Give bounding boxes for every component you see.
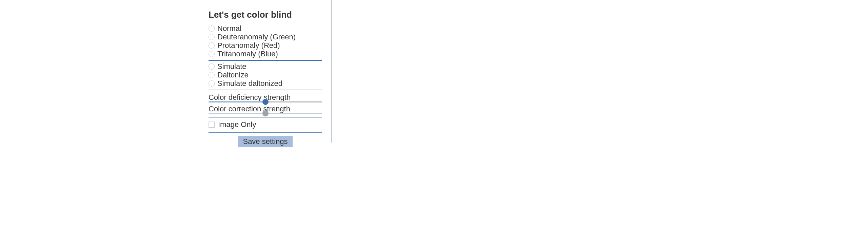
radio-icon xyxy=(209,25,215,32)
colorblind-settings-panel: Let's get color blind Normal Deuteranoma… xyxy=(209,10,322,147)
correction-slider[interactable] xyxy=(209,113,322,114)
deficiency-slider-block: Color deficiency strength xyxy=(209,92,322,103)
slider-fill xyxy=(209,101,265,103)
mode-group: Simulate Daltonize Simulate daltonized xyxy=(209,61,322,90)
save-row: Save settings xyxy=(209,133,322,147)
radio-simulate-daltonized[interactable]: Simulate daltonized xyxy=(209,79,322,88)
radio-label: Daltonize xyxy=(217,71,249,79)
radio-normal[interactable]: Normal xyxy=(209,24,322,33)
radio-simulate[interactable]: Simulate xyxy=(209,62,322,71)
radio-icon xyxy=(209,34,215,40)
radio-label: Deuteranomaly (Green) xyxy=(217,33,296,41)
correction-slider-block: Color correction strength xyxy=(209,103,322,114)
radio-deuteranomaly[interactable]: Deuteranomaly (Green) xyxy=(209,33,322,41)
radio-icon xyxy=(209,80,215,87)
radio-protanomaly[interactable]: Protanomaly (Red) xyxy=(209,41,322,50)
image-only-checkbox[interactable]: Image Only xyxy=(209,119,322,130)
save-settings-button[interactable]: Save settings xyxy=(238,136,292,147)
radio-label: Protanomaly (Red) xyxy=(217,41,280,50)
radio-icon xyxy=(209,42,215,49)
slider-thumb-icon[interactable] xyxy=(262,110,269,116)
radio-icon xyxy=(209,63,215,70)
deficiency-slider[interactable] xyxy=(209,101,322,103)
radio-daltonize[interactable]: Daltonize xyxy=(209,71,322,79)
radio-label: Simulate xyxy=(217,62,246,71)
radio-label: Simulate daltonized xyxy=(217,79,282,88)
radio-icon xyxy=(209,51,215,57)
panel-title: Let's get color blind xyxy=(209,10,322,20)
radio-tritanomaly[interactable]: Tritanomaly (Blue) xyxy=(209,50,322,58)
radio-label: Normal xyxy=(217,24,241,33)
checkbox-label: Image Only xyxy=(218,120,256,129)
vision-type-group: Normal Deuteranomaly (Green) Protanomaly… xyxy=(209,23,322,61)
radio-label: Tritanomaly (Blue) xyxy=(217,50,278,58)
checkbox-icon xyxy=(209,122,215,128)
slider-group: Color deficiency strength Color correcti… xyxy=(209,90,322,117)
radio-icon xyxy=(209,72,215,78)
image-only-row: Image Only xyxy=(209,117,322,133)
